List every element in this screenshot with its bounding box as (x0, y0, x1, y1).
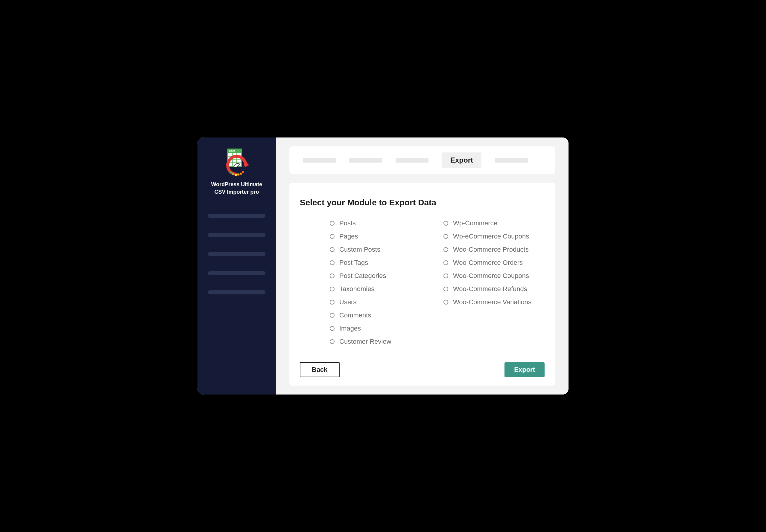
radio-label: Woo-Commerce Products (453, 246, 529, 253)
module-radio-option[interactable]: Post Tags (330, 259, 425, 267)
radio-label: Post Categories (339, 272, 386, 280)
sidebar: CSV WordPress Ultimate CSV Im (198, 137, 276, 395)
tab-export[interactable]: Export (442, 152, 481, 168)
radio-icon (330, 326, 335, 331)
module-list: PostsPagesCustom PostsPost TagsPost Cate… (300, 219, 544, 353)
export-button[interactable]: Export (504, 362, 544, 377)
radio-label: Custom Posts (339, 246, 380, 253)
logo-icon: CSV (222, 148, 252, 176)
module-radio-option[interactable]: Comments (330, 311, 425, 319)
main-content: Export Select your Module to Export Data… (276, 137, 568, 395)
radio-label: Wp-eCommerce Coupons (453, 233, 529, 240)
svg-text:CSV: CSV (229, 149, 235, 153)
radio-label: Post Tags (339, 259, 368, 267)
svg-point-14 (242, 171, 244, 173)
sidebar-item-placeholder[interactable] (208, 290, 266, 294)
page-title: Select your Module to Export Data (300, 198, 544, 207)
radio-icon (330, 273, 335, 278)
radio-icon (443, 273, 448, 278)
radio-label: Wp-Commerce (453, 219, 497, 227)
radio-icon (443, 221, 448, 226)
radio-icon (330, 339, 335, 344)
app-name-line1: WordPress Ultimate (211, 181, 263, 188)
logo-container: CSV WordPress Ultimate CSV Im (211, 148, 263, 196)
radio-icon (330, 221, 335, 226)
radio-icon (443, 234, 448, 239)
sidebar-item-placeholder[interactable] (208, 233, 266, 237)
svg-point-12 (238, 174, 240, 176)
module-radio-option[interactable]: Woo-Commerce Variations (443, 298, 531, 306)
radio-label: Taxonomies (339, 285, 374, 293)
module-column-right: Wp-CommerceWp-eCommerce CouponsWoo-Comme… (443, 219, 531, 353)
radio-label: Pages (339, 233, 358, 240)
radio-icon (443, 260, 448, 265)
module-radio-option[interactable]: Customer Review (330, 338, 425, 346)
radio-label: Woo-Commerce Coupons (453, 272, 529, 280)
button-row: Back Export (300, 362, 544, 377)
radio-icon (330, 234, 335, 239)
svg-point-13 (240, 173, 242, 175)
module-radio-option[interactable]: Posts (330, 219, 425, 227)
tab-placeholder[interactable] (349, 158, 382, 163)
radio-label: Woo-Commerce Variations (453, 298, 531, 306)
radio-label: Woo-Commerce Orders (453, 259, 523, 267)
sidebar-item-placeholder[interactable] (208, 214, 266, 218)
module-radio-option[interactable]: Taxonomies (330, 285, 425, 293)
module-radio-option[interactable]: Woo-Commerce Refunds (443, 285, 531, 293)
radio-icon (330, 260, 335, 265)
radio-icon (330, 313, 335, 318)
radio-icon (443, 287, 448, 291)
module-radio-option[interactable]: Images (330, 325, 425, 332)
back-button[interactable]: Back (300, 362, 340, 377)
radio-label: Images (339, 325, 361, 332)
tab-bar: Export (289, 146, 555, 174)
radio-icon (330, 300, 335, 305)
module-radio-option[interactable]: Woo-Commerce Products (443, 246, 531, 253)
radio-icon (330, 287, 335, 291)
radio-icon (443, 300, 448, 305)
tab-placeholder[interactable] (396, 158, 428, 163)
app-name: WordPress Ultimate CSV Importer pro (211, 181, 263, 196)
module-radio-option[interactable]: Post Categories (330, 272, 425, 280)
module-radio-option[interactable]: Woo-Commerce Coupons (443, 272, 531, 280)
radio-label: Users (339, 298, 356, 306)
svg-point-11 (235, 174, 237, 176)
svg-point-10 (232, 173, 234, 175)
svg-point-9 (230, 172, 232, 174)
content-panel: Select your Module to Export Data PostsP… (289, 183, 555, 386)
radio-label: Posts (339, 219, 356, 227)
module-column-left: PostsPagesCustom PostsPost TagsPost Cate… (330, 219, 425, 353)
module-radio-option[interactable]: Woo-Commerce Orders (443, 259, 531, 267)
sidebar-item-placeholder[interactable] (208, 271, 266, 275)
tab-placeholder[interactable] (303, 158, 336, 163)
radio-icon (443, 247, 448, 252)
radio-label: Woo-Commerce Refunds (453, 285, 527, 293)
app-name-line2: CSV Importer pro (211, 188, 263, 196)
sidebar-item-placeholder[interactable] (208, 252, 266, 256)
sidebar-menu (204, 214, 270, 309)
radio-label: Comments (339, 311, 371, 319)
module-radio-option[interactable]: Wp-Commerce (443, 219, 531, 227)
module-radio-option[interactable]: Custom Posts (330, 246, 425, 253)
module-radio-option[interactable]: Users (330, 298, 425, 306)
app-window: CSV WordPress Ultimate CSV Im (198, 137, 568, 395)
module-radio-option[interactable]: Wp-eCommerce Coupons (443, 233, 531, 240)
module-radio-option[interactable]: Pages (330, 233, 425, 240)
radio-label: Customer Review (339, 338, 391, 346)
radio-icon (330, 247, 335, 252)
tab-placeholder[interactable] (495, 158, 528, 163)
